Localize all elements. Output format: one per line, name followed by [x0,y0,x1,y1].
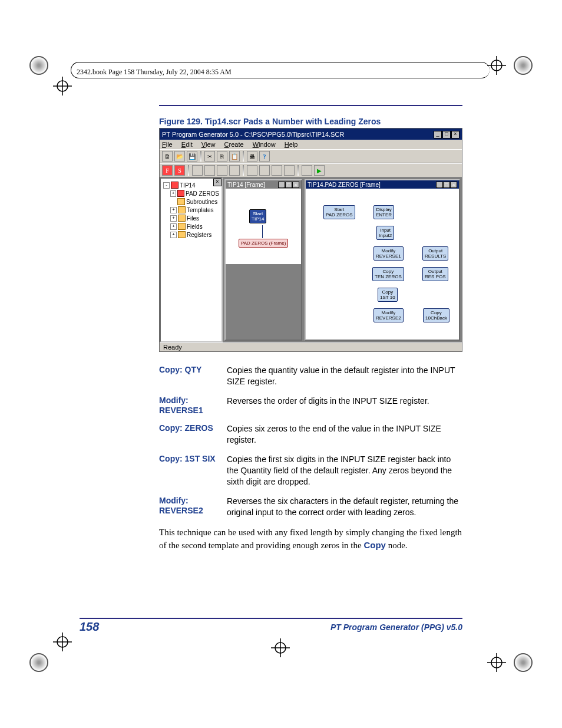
expand-icon[interactable]: + [170,190,176,197]
body-text-post: node. [386,541,408,550]
expand-icon[interactable]: + [170,223,177,230]
menu-help[interactable]: Help [285,141,298,148]
menu-file[interactable]: File [162,141,173,148]
flow-node-output-results[interactable]: OutputRESULTS [422,246,448,261]
app-titlebar[interactable]: PT Program Generator 5.0 - C:\PSC\PPG5.0… [160,129,462,140]
tree-item-label[interactable]: PAD ZEROS [186,190,219,197]
expand-icon[interactable]: + [170,232,177,238]
toolbar-btn-icon[interactable] [192,165,203,176]
close-icon[interactable]: × [451,131,459,139]
toolbar-separator [297,165,299,176]
flow-node-copy-10chback[interactable]: Copy10ChBack [423,308,449,322]
body-paragraph: This technique can be used with any fixe… [159,526,462,553]
flow-node-output-respos[interactable]: OutputRES POS [422,267,448,281]
main-content-area: Figure 129. Tip14.scr Pads a Number with… [159,105,462,552]
toolbar-paste-icon[interactable]: 📋 [229,151,240,162]
toolbar-save-icon[interactable]: 💾 [187,151,197,162]
toolbar-print-icon[interactable]: 🖶 [247,151,257,162]
flow-node-copy-1st10[interactable]: Copy1ST 10 [378,288,398,302]
tree-item: +Templates [163,206,219,214]
child-window-2-body[interactable]: StartPAD ZEROS DisplayENTER InputInput2 … [306,189,459,340]
toolbar-btn-icon[interactable] [217,165,227,176]
panel-close-icon[interactable]: × [213,179,222,186]
maximize-icon[interactable]: □ [443,182,450,188]
window-controls[interactable]: _□× [436,181,457,188]
registration-mark-icon [271,638,290,657]
definition-text: Copies the first six digits in the INPUT… [227,454,462,487]
toolbar-btn-icon[interactable] [247,165,257,176]
printers-mark-decoration [29,56,48,75]
child-window-1-title: TIP14 [Frame]_□× [226,180,301,189]
definition-row: Modify: REVERSE1 Reverses the order of d… [159,396,462,416]
menu-bar[interactable]: File Edit View Create Window Help [160,140,462,149]
window-controls[interactable]: _□× [278,181,299,188]
toolbar-cut-icon[interactable]: ✂ [204,151,215,162]
menu-view[interactable]: View [201,141,216,148]
toolbar-open-icon[interactable]: 📂 [174,151,185,162]
minimize-icon[interactable]: _ [436,182,443,188]
menu-edit[interactable]: Edit [181,141,193,148]
definition-term: Copy: QTY [159,365,227,387]
tree-item-label[interactable]: Files [187,215,199,222]
child-window-1[interactable]: TIP14 [Frame]_□× StartTIP14 PAD ZEROS (F… [224,179,302,341]
flow-node-input[interactable]: InputInput2 [376,226,394,240]
expand-icon[interactable]: + [170,207,177,213]
maximize-icon[interactable]: □ [285,182,292,188]
toolbar-help-icon[interactable]: ? [259,151,270,162]
toolbar-btn-icon[interactable] [259,165,270,176]
child-window-2[interactable]: TIP14.PAD ZEROS [Frame]_□× StartPAD ZERO… [305,179,460,341]
tree-item-label[interactable]: Subroutines [186,199,217,205]
flow-node-modify-reverse1[interactable]: ModifyREVERSE1 [373,246,404,261]
registration-mark-icon [487,56,506,75]
toolbar-copy-icon[interactable]: ⎘ [217,151,227,162]
tree-item-label[interactable]: Registers [187,232,211,238]
toolbar-run-icon[interactable]: ▶ [314,165,325,176]
flow-node-copy-tenzeros[interactable]: CopyTEN ZEROS [372,267,404,281]
toolbar-btn-icon[interactable] [229,165,240,176]
flow-node-modify-reverse2[interactable]: ModifyREVERSE2 [373,308,404,322]
flow-node-start[interactable]: StartTIP14 [249,209,266,223]
toolbar-2[interactable]: F S ▶ [160,163,462,177]
flow-node-display-enter[interactable]: DisplayENTER [373,205,394,219]
folder-icon [178,206,186,213]
expand-icon[interactable]: + [170,215,177,222]
tree-item: +Files [163,214,219,222]
minimize-icon[interactable]: _ [278,182,285,188]
child-window-1-body[interactable]: StartTIP14 PAD ZEROS (Frame) [226,189,301,264]
folder-icon [177,198,185,205]
tree-panel[interactable]: × -TIP14 +PAD ZEROS Subroutines +Templat… [160,177,223,342]
tree-item: +Registers [163,230,219,239]
folder-icon [178,231,186,238]
flow-connector [262,225,263,238]
toolbar-btn-icon[interactable] [272,165,282,176]
toolbar-btn-icon[interactable] [284,165,295,176]
tree-item-label[interactable]: Templates [187,207,214,213]
definition-row: Modify: REVERSE2 Reverses the six charac… [159,496,462,518]
toolbar-btn-icon[interactable] [302,165,312,176]
footer-title: PT Program Generator (PPG) v5.0 [330,622,462,632]
definition-row: Copy: 1ST SIX Copies the first six digit… [159,454,462,487]
toolbar-separator [243,165,244,176]
menu-window[interactable]: Window [253,141,276,148]
toolbar-s-icon[interactable]: S [174,165,185,176]
status-text: Ready [163,344,182,351]
minimize-icon[interactable]: _ [434,131,442,139]
definition-list: Copy: QTY Copies the quantity value in t… [159,365,462,518]
flow-node-start-padzeros[interactable]: StartPAD ZEROS [323,205,355,219]
toolbar-btn-icon[interactable] [204,165,215,176]
toolbar-1[interactable]: 🗎 📂 💾 ✂ ⎘ 📋 🖶 ? [160,149,462,163]
maximize-icon[interactable]: □ [442,131,451,139]
toolbar-new-icon[interactable]: 🗎 [162,151,173,162]
tree-item-label[interactable]: Fields [187,223,203,230]
flow-node-padzeros-frame[interactable]: PAD ZEROS (Frame) [239,239,288,248]
close-icon[interactable]: × [450,182,457,188]
expand-icon[interactable]: - [163,182,170,189]
window-controls[interactable]: _□× [433,130,459,139]
frame-icon [177,190,184,197]
definition-text: Reverses the six characters in the defau… [227,496,462,518]
menu-create[interactable]: Create [224,141,244,148]
tree-root-label[interactable]: TIP14 [180,182,196,189]
toolbar-f-icon[interactable]: F [162,165,173,176]
close-icon[interactable]: × [292,182,299,188]
definition-term: Copy: ZEROS [159,423,227,446]
